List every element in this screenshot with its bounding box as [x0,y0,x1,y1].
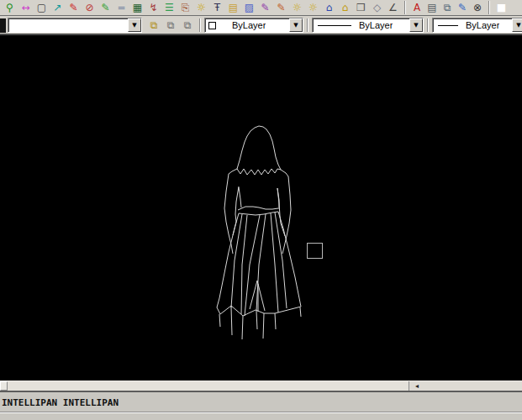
command-input[interactable] [0,413,522,420]
hatch-grid-icon: ▦ [133,1,142,14]
layer-buttons: ⧉⧉⧉ [145,18,196,32]
pdf-export-button[interactable]: A [409,1,424,14]
chevron-down-icon[interactable]: ▼ [409,18,423,32]
lamp-pencil-button[interactable]: ☼ [289,1,305,14]
paste-clipboard-icon: ⎘ [182,1,190,14]
paste-clipboard-button[interactable]: ⎘ [177,1,193,14]
text-style-icon: Ŧ [214,1,220,14]
tip-lamp-button[interactable]: ☼ [193,1,209,14]
pickbox-cursor [308,244,323,259]
chevron-down-icon[interactable]: ▼ [128,18,141,32]
command-history-text: INTELLIPAN INTELLIPAN [0,392,522,408]
make-layer-current-button[interactable]: ⧉ [145,18,162,32]
layer-list-button[interactable]: ☰ [161,1,177,14]
edit-pencil-icon: ✎ [277,1,285,14]
layer-manager-icon: ⧉ [184,18,192,32]
layer-previous-button[interactable]: ⧉ [162,18,179,32]
scroll-left-arrow-icon[interactable]: ◂ [411,381,423,391]
partial-toolbar-button[interactable]: ■ [493,1,509,14]
edit-page-button[interactable]: ✎ [455,1,470,14]
pan-icon: ↔ [21,1,29,14]
linetype-sample-icon [318,25,351,26]
print-icon: ▤ [427,1,436,14]
redline-pencil-button[interactable]: ✎ [66,1,82,14]
chevron-down-icon[interactable]: ▼ [512,18,522,32]
lineweight-control-value: ByLayer [462,20,499,30]
angle-pencil-button[interactable]: ∠ [385,1,401,14]
edit-pencil-button[interactable]: ✎ [273,1,289,14]
color-control-value: ByLayer [220,20,266,30]
copy-pages-button[interactable]: ⧉ [440,1,455,14]
palette-button[interactable]: ▨ [241,1,257,14]
left-arm-inner [233,186,239,235]
layer-manager-button[interactable]: ⧉ [179,18,196,32]
waist-lower [239,212,278,215]
layer-control-dropdown[interactable]: ▼ [8,18,142,33]
point-snap-icon: ↗ [53,1,61,14]
octahedron-icon: ◇ [373,1,381,14]
linetype-control-value: ByLayer [356,20,393,30]
fringe-4 [256,311,257,329]
cad-application-window: ⚲↔▢↗✎⊘✎=▦↯☰⎘☼Ŧ▤▨✎✎☼☼⌂⌂❒◇∠A▤⧉✎⊗■ ▼ ⧉⧉⧉ By… [0,0,522,420]
layer-previous-icon: ⧉ [167,18,175,32]
selection-window-button[interactable]: ▢ [34,1,50,14]
scrollbar-resize-tab[interactable] [0,381,8,391]
make-layer-current-icon: ⧉ [150,18,158,32]
text-style-button[interactable]: Ŧ [209,1,225,14]
pan-button[interactable]: ↔ [18,1,34,14]
point-snap-button[interactable]: ↗ [50,1,66,14]
quill-button[interactable]: ↯ [145,1,161,14]
selection-window-icon: ▢ [37,1,46,14]
lamp-pencil-icon: ☼ [293,1,302,14]
horizontal-scrollbar[interactable]: ◂ [0,381,522,391]
sketch-pencil-button[interactable]: ✎ [98,1,113,14]
toolbar-separator [488,1,490,14]
book-icon: ▤ [229,1,238,14]
pencil-disabled-icon: ⊘ [85,1,93,14]
color-swatch-icon [208,22,216,29]
print-button[interactable]: ▤ [424,1,440,14]
chevron-down-icon[interactable]: ▼ [289,18,303,32]
zoom-realtime-button[interactable]: ⚲ [2,1,18,14]
close-circle-button[interactable]: ⊗ [470,1,485,14]
close-circle-icon: ⊗ [473,1,482,14]
pencil-disabled-button[interactable]: ⊘ [82,1,98,14]
waist-upper [238,207,278,210]
figure-drawing [0,35,522,381]
copy-pages-icon: ⧉ [444,1,451,14]
angle-pencil-icon: ∠ [388,1,398,14]
sketch-pencil-icon: ✎ [101,1,109,14]
drawing-canvas[interactable] [0,35,522,381]
hatch-grid-button[interactable]: ▦ [129,1,145,14]
pleat-1 [231,214,242,307]
linetype-control-dropdown[interactable]: ByLayer ▼ [312,18,424,33]
standard-toolbar: ⚲↔▢↗✎⊘✎=▦↯☰⎘☼Ŧ▤▨✎✎☼☼⌂⌂❒◇∠A▤⧉✎⊗■ [0,0,522,16]
lock-icon: ⌂ [326,1,333,14]
lock-button[interactable]: ⌂ [321,1,337,14]
lineweight-control-dropdown[interactable]: ByLayer ▼ [432,18,522,33]
quill-icon: ↯ [149,1,157,14]
hair-outline [237,126,281,170]
style-pencil-button[interactable]: ✎ [257,1,273,14]
toolbar-grip [0,18,6,33]
zoom-realtime-icon: ⚲ [6,1,13,14]
unlock-button[interactable]: ⌂ [337,1,353,14]
octahedron-button[interactable]: ◇ [369,1,385,14]
lamp-pencil-2-icon: ☼ [308,1,318,14]
lamp-pencil-2-button[interactable]: ☼ [305,1,321,14]
partial-toolbar-icon: ■ [497,1,506,14]
scrollbar-thumb[interactable] [8,381,409,391]
color-control-dropdown[interactable]: ByLayer ▼ [204,18,303,33]
fringe-5 [263,313,264,339]
toolbar-separator [199,18,201,32]
hair-zigzag [237,169,281,175]
fringe-7 [300,307,301,317]
layer-list-icon: ☰ [165,1,174,14]
book-button[interactable]: ▤ [225,1,241,14]
toolbar-separator [307,18,308,32]
skirt-left-edge [217,213,239,307]
box-3d-button[interactable]: ❒ [353,1,369,14]
center-v-left [250,281,257,309]
redline-pencil-icon: ✎ [69,1,77,14]
parallel-lines-button[interactable]: = [113,1,129,14]
